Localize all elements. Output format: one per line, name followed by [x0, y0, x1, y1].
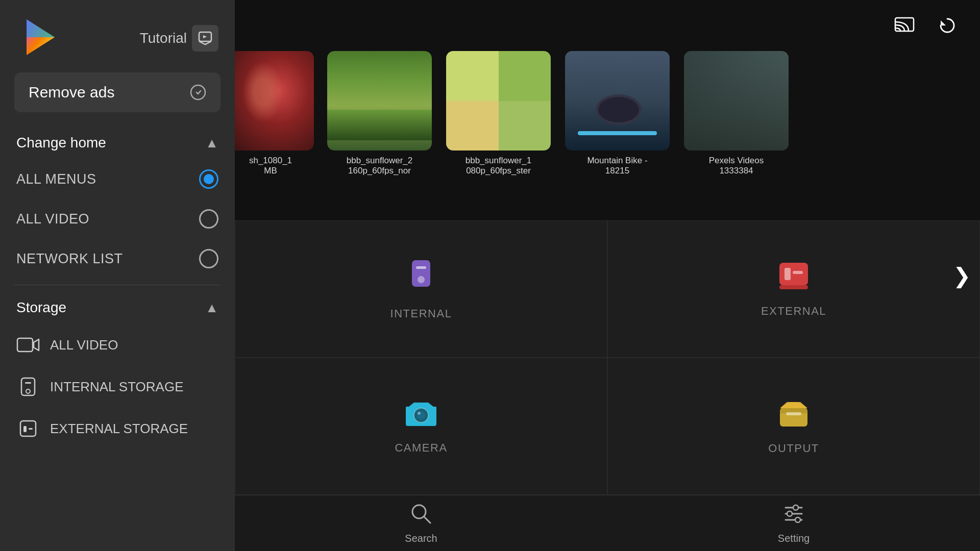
storage-external[interactable]: EXTERNAL STORAGE	[0, 408, 235, 449]
camera-icon	[404, 398, 438, 434]
storage-grid: INTERNAL EXTERNAL	[235, 220, 980, 495]
svg-point-16	[418, 276, 425, 283]
storage-label: Storage	[16, 299, 66, 316]
all-menus-radio[interactable]	[199, 169, 218, 189]
storage-internal[interactable]: INTERNAL STORAGE	[0, 366, 235, 408]
remove-ads-button[interactable]: Remove ads	[14, 72, 220, 112]
output-icon	[777, 398, 811, 435]
svg-rect-20	[793, 271, 803, 274]
menu-item-all-menus[interactable]: ALL MENUS	[0, 159, 235, 199]
output-cell[interactable]: OUTPUT	[607, 358, 980, 495]
external-cell[interactable]: EXTERNAL	[607, 220, 980, 358]
setting-label: Setting	[778, 533, 810, 544]
internal-storage-icon	[16, 375, 40, 398]
camera-cell[interactable]: CAMERA	[235, 358, 607, 495]
video-thumb-5[interactable]: Pexels Videos1333384	[681, 51, 791, 176]
svg-rect-5	[17, 338, 33, 352]
svg-rect-19	[785, 268, 791, 280]
svg-rect-17	[416, 266, 426, 269]
video-label-3: bbb_sunflower_1080p_60fps_ster	[465, 156, 531, 176]
svg-point-32	[793, 505, 798, 510]
all-menus-label: ALL MENUS	[16, 171, 96, 187]
refresh-button[interactable]	[933, 11, 962, 40]
search-tab[interactable]: Search	[235, 495, 607, 551]
video-label-1: sh_1080_1MB	[249, 156, 292, 176]
svg-rect-26	[786, 412, 801, 415]
bottom-bar: Search Setting	[235, 495, 980, 551]
search-label: Search	[405, 533, 437, 544]
video-label-2: bbb_sunflower_2160p_60fps_nor	[347, 156, 412, 176]
network-list-radio[interactable]	[199, 249, 218, 268]
svg-line-28	[424, 517, 430, 523]
svg-marker-1	[27, 19, 55, 37]
main-content: ❯ sh_1080_1MB bbb_sunflower_2160p_60fps_…	[235, 0, 980, 551]
storage-all-video[interactable]: ALL VIDEO	[0, 324, 235, 366]
svg-point-34	[795, 517, 800, 522]
all-video-label: ALL VIDEO	[16, 211, 89, 227]
setting-tab[interactable]: Setting	[607, 495, 980, 551]
change-home-chevron: ▲	[205, 135, 218, 151]
all-video-radio[interactable]	[199, 209, 218, 229]
svg-rect-18	[779, 263, 808, 285]
internal-icon	[406, 258, 436, 300]
storage-external-label: EXTERNAL STORAGE	[50, 421, 188, 437]
video-thumb-4[interactable]: Mountain Bike -18215	[562, 51, 672, 176]
svg-marker-14	[941, 20, 946, 26]
sidebar-header: Tutorial	[0, 0, 235, 72]
internal-cell[interactable]: INTERNAL	[235, 220, 607, 358]
app-logo	[16, 14, 62, 62]
svg-rect-10	[20, 421, 36, 436]
svg-point-8	[26, 389, 30, 393]
video-label-4: Mountain Bike -18215	[587, 156, 647, 176]
menu-item-all-video[interactable]: ALL VIDEO	[0, 199, 235, 239]
change-home-section[interactable]: Change home ▲	[0, 127, 235, 159]
tutorial-button[interactable]: Tutorial	[140, 25, 218, 52]
svg-rect-12	[29, 428, 33, 430]
svg-point-33	[787, 511, 792, 516]
cast-button[interactable]	[890, 11, 919, 40]
video-thumb-2[interactable]: bbb_sunflower_2160p_60fps_nor	[325, 51, 434, 176]
internal-label: INTERNAL	[390, 307, 452, 320]
storage-chevron: ▲	[205, 300, 218, 316]
external-storage-icon	[16, 417, 40, 440]
svg-rect-11	[23, 426, 27, 432]
tutorial-label: Tutorial	[140, 30, 187, 46]
camera-label: CAMERA	[395, 441, 447, 455]
sidebar: Tutorial Remove ads Change home ▲ ALL ME…	[0, 0, 235, 551]
svg-marker-6	[34, 339, 39, 350]
search-icon	[410, 503, 432, 530]
tutorial-icon	[192, 25, 218, 52]
video-thumb-3[interactable]: bbb_sunflower_1080p_60fps_ster	[444, 51, 553, 176]
storage-section[interactable]: Storage ▲	[0, 291, 235, 324]
svg-marker-3	[203, 35, 207, 38]
change-home-label: Change home	[16, 135, 106, 151]
remove-ads-label: Remove ads	[29, 84, 114, 101]
sidebar-divider	[14, 285, 220, 285]
svg-point-4	[191, 85, 205, 99]
videos-row: sh_1080_1MB bbb_sunflower_2160p_60fps_no…	[235, 51, 980, 214]
svg-rect-9	[25, 382, 31, 384]
video-label-5: Pexels Videos1333384	[709, 156, 764, 176]
video-thumb-1[interactable]: sh_1080_1MB	[235, 51, 316, 176]
video-icon	[16, 333, 40, 357]
storage-internal-label: INTERNAL STORAGE	[50, 379, 184, 395]
external-icon	[777, 261, 810, 297]
setting-icon	[782, 503, 805, 530]
top-bar	[235, 0, 980, 51]
next-arrow[interactable]: ❯	[953, 263, 971, 288]
svg-rect-21	[779, 285, 808, 289]
storage-all-video-label: ALL VIDEO	[50, 337, 118, 353]
menu-item-network-list[interactable]: NETWORK LIST	[0, 239, 235, 279]
svg-point-24	[418, 412, 421, 415]
output-label: OUTPUT	[768, 442, 819, 455]
network-list-label: NETWORK LIST	[16, 251, 123, 267]
svg-rect-7	[21, 378, 35, 395]
external-label: EXTERNAL	[761, 305, 826, 318]
